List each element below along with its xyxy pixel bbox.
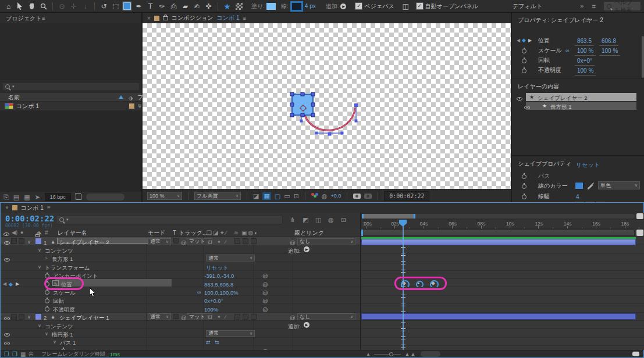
show-snapshot-icon[interactable] [364, 194, 372, 199]
take-snapshot-icon[interactable] [353, 194, 361, 199]
panel-menu-icon[interactable]: ≡ [243, 15, 247, 22]
property-value[interactable]: 100.0,100.0% [204, 289, 239, 296]
timeline-track-row[interactable] [361, 313, 644, 321]
viewer-timecode[interactable]: 0:00:02:22 [384, 191, 429, 201]
parent-link-dropdown[interactable]: なし∨ [297, 313, 355, 320]
stopwatch-icon[interactable] [45, 290, 49, 295]
snapshot-region-icon[interactable]: ◪ [253, 192, 259, 200]
composition-flowchart-icon[interactable]: ⋔ [290, 216, 295, 224]
trkmat-t-column[interactable]: T [173, 230, 176, 236]
expression-icon[interactable]: @ [262, 289, 268, 296]
blend-mode-dropdown[interactable]: 通常∨ [206, 330, 255, 337]
fill-label[interactable]: 塗り: [251, 3, 265, 9]
mode-column[interactable]: モード [148, 230, 165, 236]
adjust-icon[interactable]: ➤ [35, 194, 40, 201]
switch-cell[interactable] [251, 238, 257, 244]
graph-editor-icon[interactable]: ⊡ [341, 216, 346, 224]
collapse-switch-icon[interactable]: ❏ [208, 239, 212, 245]
stopwatch-icon[interactable] [45, 299, 49, 303]
scrollbar-thumb[interactable] [642, 36, 644, 78]
guides-icon[interactable]: ⊡ [294, 192, 299, 200]
frame-blending-icon[interactable]: ◫ [315, 216, 321, 224]
stroke-type-dropdown[interactable]: 単色∨ [598, 181, 640, 189]
type-tool-icon[interactable]: T [145, 1, 155, 11]
reset-link[interactable]: リセット [576, 161, 600, 169]
position-label[interactable]: 位置 [538, 38, 550, 44]
zoom-tool-icon[interactable] [38, 1, 48, 11]
switch-cell[interactable] [234, 314, 240, 320]
property-value[interactable]: -391.0,-34.0 [204, 273, 234, 279]
audio-toggle[interactable] [11, 238, 17, 244]
contents-group-row[interactable]: ★ 長方形 1 [526, 102, 636, 110]
path-mask-icon[interactable]: ⇆ [215, 339, 219, 345]
add-menu-icon[interactable]: ▶ [340, 3, 346, 9]
timeline-search-input[interactable]: ▾ [56, 215, 283, 224]
rectangle-tool-icon[interactable] [122, 1, 132, 11]
twirl-icon[interactable]: ∨ [38, 264, 41, 270]
panel-toggle-icon[interactable]: ◫ [401, 1, 411, 11]
video-column-icon[interactable] [3, 232, 9, 236]
eyedropper-icon[interactable] [588, 182, 595, 189]
stroke-width-value[interactable]: 4 px [305, 3, 316, 9]
stopwatch-icon[interactable] [522, 59, 526, 63]
add-menu-icon[interactable]: ▶ [304, 246, 309, 252]
preserve-transparency-toggle[interactable] [173, 238, 179, 244]
timeline-row-シェイプレイヤー 1[interactable]: ∨2★シェイプレイヤー 1通常∨@マット∨❏✦∕@なし∨ [1, 313, 361, 321]
shy-layers-icon[interactable]: ◩ [303, 216, 308, 224]
mask-visibility-icon[interactable]: ▢ [275, 192, 280, 200]
opacity-value[interactable]: 100 % [575, 67, 596, 76]
resolution-dropdown[interactable]: フル画質∨ [194, 192, 241, 200]
timeline-track-row[interactable] [361, 329, 644, 337]
solo-column-icon[interactable]: ● [20, 230, 23, 235]
keyframe-diamond-icon[interactable]: ◆ [9, 281, 13, 287]
lock-icon[interactable] [163, 16, 168, 20]
eye-icon[interactable] [4, 333, 10, 336]
keyframe-diamond-icon[interactable]: ◆ [522, 37, 526, 43]
zoom-slider-handle[interactable] [389, 352, 393, 356]
new-folder-icon[interactable]: ▤ [13, 194, 19, 201]
timeline-track-row[interactable] [361, 262, 644, 270]
puppet-pin-tool-icon[interactable]: ✜ [204, 1, 214, 11]
interpret-footage-icon[interactable]: ⎘ [3, 194, 9, 201]
render-cache-icon[interactable]: ❐ [4, 351, 9, 357]
switch-cell[interactable] [243, 238, 248, 244]
work-area-start-handle[interactable] [361, 230, 363, 236]
stopwatch-icon[interactable] [522, 195, 526, 199]
link-dimensions-icon[interactable]: ∞ [197, 289, 201, 295]
solo-toggle[interactable] [19, 314, 24, 320]
fx-column-icon[interactable]: fx [234, 230, 238, 235]
timeline-track-row[interactable] [361, 346, 644, 350]
track-matte-icon[interactable]: @ [181, 239, 187, 246]
film-icon[interactable]: ✇ [29, 351, 33, 357]
viewer-tab-comp-name[interactable]: コンポ 1 [216, 15, 239, 21]
link-dimensions-icon[interactable]: ∞ [565, 48, 569, 53]
timeline-row-回転[interactable]: 回転0x+0.0°@ [1, 296, 361, 304]
layer-color-swatch[interactable] [35, 238, 41, 244]
name-column-header[interactable]: 名前 [8, 95, 20, 101]
close-icon[interactable]: × [147, 15, 151, 22]
eye-icon[interactable] [4, 342, 10, 345]
twirl-icon[interactable]: ∨ [27, 239, 31, 245]
twirl-icon[interactable]: ∨ [38, 248, 41, 253]
zoom-out-mountain-icon[interactable]: ▲ [366, 352, 371, 357]
switch-cell[interactable] [243, 314, 248, 320]
rotation-value[interactable]: 0x+0° [575, 58, 595, 66]
magnification-dropdown[interactable]: 100 %∨ [147, 192, 182, 200]
properties-panel-title[interactable]: プロパティ: シェイプレイヤー 2 [518, 17, 603, 23]
channels-icon[interactable] [311, 193, 318, 199]
trash-icon[interactable] [76, 194, 81, 200]
layer-name-column[interactable]: レイヤー名 [58, 230, 87, 236]
stroke-color-swatch[interactable] [290, 1, 303, 12]
label-column-icon[interactable]: ⬗ [37, 230, 41, 236]
twirl-icon[interactable]: ∨ [38, 323, 41, 328]
stopwatch-icon[interactable] [522, 184, 526, 189]
fill-color-swatch[interactable] [266, 3, 276, 10]
stopwatch-icon[interactable] [45, 307, 49, 312]
twirl-icon[interactable]: ∨ [53, 339, 56, 345]
current-timecode[interactable]: 0:00:02:22 [5, 214, 54, 223]
help-search-input[interactable]: ヘルプを検索 [604, 2, 641, 10]
audio-column-icon[interactable]: ◀) [12, 230, 17, 235]
eye-icon[interactable] [4, 258, 10, 262]
project-panel-tab[interactable]: プロジェクト [6, 16, 41, 22]
expression-icon[interactable]: @ [262, 298, 268, 304]
